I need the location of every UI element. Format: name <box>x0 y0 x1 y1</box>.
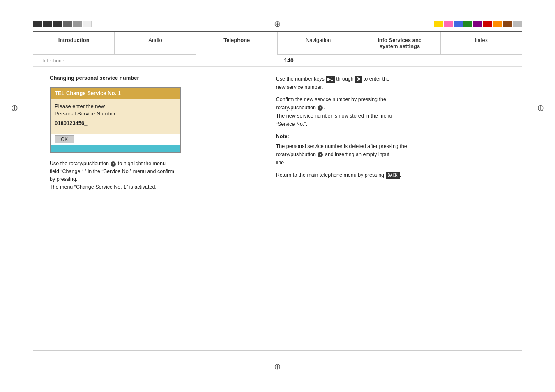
screen-prompt: Please enter the newPersonal Service Num… <box>55 103 176 118</box>
left-column: Changing personal service number TEL Cha… <box>33 71 268 195</box>
note-text: The personal service number is deleted a… <box>276 142 505 167</box>
screen-bottom-bar <box>51 145 180 152</box>
screen-body: Please enter the newPersonal Service Num… <box>51 99 180 134</box>
right-margin-crosshair-icon: ⊕ <box>537 103 544 113</box>
left-margin-crosshair-icon: ⊕ <box>11 103 18 113</box>
right-column: Use the number keys ▶1 through 9• to ent… <box>268 71 522 195</box>
left-body-text: Use the rotary/pushbutton to highlight t… <box>50 160 260 191</box>
bottom-crosshair-icon: ⊕ <box>274 362 281 371</box>
tab-audio[interactable]: Audio <box>115 32 196 54</box>
main-content: Changing personal service number TEL Cha… <box>33 67 522 199</box>
screen-input: 0180123456_ <box>55 120 176 126</box>
bottom-bar: ⊕ <box>33 357 522 376</box>
key9-icon: 9• <box>355 76 362 83</box>
screen-mockup: TEL Change Service No. 1 Please enter th… <box>50 87 181 153</box>
page-header: Telephone 140 <box>33 55 522 67</box>
return-text: Return to the main telephone menu by pre… <box>276 171 505 179</box>
tab-index[interactable]: Index <box>441 32 522 54</box>
bottom-line-1 <box>33 350 522 351</box>
screen-ok-bar: OK <box>51 134 180 145</box>
tab-navigation[interactable]: Navigation <box>278 32 359 54</box>
section-title: Changing personal service number <box>50 75 260 81</box>
note-label: Note: <box>276 132 505 141</box>
ok-button[interactable]: OK <box>55 135 74 143</box>
rotary-icon-1 <box>111 161 116 167</box>
left-color-bar <box>33 21 92 27</box>
top-crosshair-icon: ⊕ <box>274 19 281 29</box>
section-label: Telephone <box>41 58 64 64</box>
rotary-icon-2 <box>318 105 323 111</box>
page-number: 140 <box>284 57 294 64</box>
right-color-bar <box>434 21 522 27</box>
right-body-text: Use the number keys ▶1 through 9• to ent… <box>276 75 505 179</box>
para-confirm: Confirm the new service number by pressi… <box>276 95 505 128</box>
rotary-icon-3 <box>318 152 323 157</box>
tab-introduction[interactable]: Introduction <box>33 32 115 54</box>
screen-title: TEL Change Service No. 1 <box>51 88 180 99</box>
para-number-keys: Use the number keys ▶1 through 9• to ent… <box>276 75 505 91</box>
nav-tabs: Introduction Audio Telephone Navigation … <box>33 31 522 55</box>
tab-info-services[interactable]: Info Services andsystem settings <box>359 32 440 54</box>
tab-telephone[interactable]: Telephone <box>196 32 278 54</box>
back-button-icon: BACK <box>386 172 400 179</box>
key1-icon: ▶1 <box>326 76 335 83</box>
